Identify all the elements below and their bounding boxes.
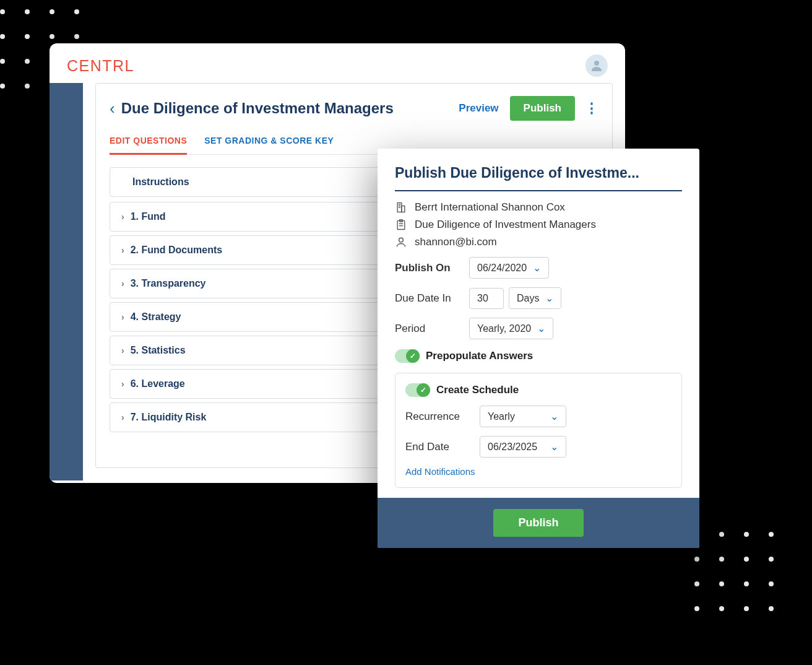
chevron-down-icon: ⌄ [550, 411, 558, 422]
end-date-label: End Date [405, 441, 480, 453]
back-button[interactable]: ‹ [110, 99, 115, 118]
chevron-down-icon: ⌄ [537, 323, 545, 334]
svg-point-10 [399, 238, 404, 242]
chevron-down-icon: ⌄ [533, 262, 541, 274]
avatar[interactable] [585, 54, 608, 77]
schedule-box: ✓ Create Schedule Recurrence Yearly ⌄ En… [395, 373, 682, 488]
chevron-down-icon: ⌄ [545, 292, 553, 304]
chevron-right-icon: › [121, 279, 124, 289]
project-name: Due Diligence of Investment Managers [415, 219, 596, 231]
email-row: shannon@bi.com [395, 236, 682, 248]
period-label: Period [395, 323, 469, 335]
chevron-right-icon: › [121, 412, 124, 422]
svg-point-0 [594, 61, 599, 66]
more-menu-icon[interactable]: ⋮ [585, 100, 598, 116]
chevron-right-icon: › [121, 379, 124, 389]
add-notifications-link[interactable]: Add Notifications [405, 466, 475, 477]
tab-edit-questions[interactable]: EDIT QUESTIONS [110, 132, 187, 155]
chevron-right-icon: › [121, 212, 124, 222]
chevron-down-icon: ⌄ [550, 441, 558, 453]
top-bar: CENTRL [50, 43, 625, 83]
person-icon [395, 236, 407, 248]
tab-grading[interactable]: SET GRADING & SCORE KEY [204, 132, 334, 154]
section-label: 4. Strategy [131, 311, 181, 323]
create-schedule-label: Create Schedule [436, 384, 519, 396]
company-name: Berrt International Shannon Cox [415, 201, 565, 214]
page-title: Due Diligence of Investment Managers [121, 100, 459, 117]
sidebar [50, 83, 83, 480]
recurrence-value: Yearly [488, 411, 515, 422]
section-label: 6. Leverage [131, 378, 185, 389]
logo: CENTRL [67, 57, 134, 75]
email: shannon@bi.com [415, 236, 497, 248]
section-label: 3. Transparency [131, 278, 206, 289]
modal-title: Publish Due Diligence of Investme... [395, 165, 682, 191]
building-icon [395, 201, 407, 214]
due-date-unit-picker[interactable]: Days ⌄ [509, 287, 561, 309]
chevron-right-icon: › [121, 346, 124, 355]
decorative-dots-bottom [694, 532, 793, 631]
create-schedule-toggle[interactable]: ✓ [405, 383, 430, 397]
prepopulate-label: Prepopulate Answers [426, 350, 533, 362]
period-picker[interactable]: Yearly, 2020 ⌄ [469, 318, 553, 339]
user-icon [589, 58, 604, 73]
page-header: ‹ Due Diligence of Investment Managers P… [110, 96, 598, 121]
publish-on-label: Publish On [395, 262, 469, 274]
end-date-value: 06/23/2025 [488, 441, 537, 453]
chevron-right-icon: › [121, 312, 124, 322]
modal-publish-button[interactable]: Publish [493, 509, 583, 537]
publish-on-value: 06/24/2020 [477, 263, 527, 274]
preview-link[interactable]: Preview [459, 102, 498, 115]
recurrence-picker[interactable]: Yearly ⌄ [480, 406, 566, 427]
prepopulate-toggle[interactable]: ✓ [395, 349, 420, 363]
svg-rect-2 [402, 206, 405, 212]
section-label: 5. Statistics [131, 345, 186, 356]
modal-footer: Publish [378, 498, 699, 548]
due-date-input[interactable]: 30 [469, 288, 504, 309]
publish-button[interactable]: Publish [510, 96, 575, 121]
publish-modal: Publish Due Diligence of Investme... Ber… [378, 149, 699, 548]
check-icon: ✓ [406, 349, 420, 363]
due-date-unit: Days [517, 293, 539, 304]
project-row: Due Diligence of Investment Managers [395, 219, 682, 231]
end-date-picker[interactable]: 06/23/2025 ⌄ [480, 436, 566, 458]
section-label: 7. Liquidity Risk [131, 412, 207, 423]
check-icon: ✓ [417, 383, 430, 397]
due-date-label: Due Date In [395, 292, 469, 305]
publish-on-picker[interactable]: 06/24/2020 ⌄ [469, 257, 549, 279]
company-row: Berrt International Shannon Cox [395, 201, 682, 214]
section-label: 2. Fund Documents [131, 245, 222, 256]
clipboard-icon [395, 219, 407, 231]
chevron-right-icon: › [121, 245, 124, 255]
section-label: 1. Fund [131, 211, 166, 222]
recurrence-label: Recurrence [405, 411, 480, 423]
period-value: Yearly, 2020 [477, 323, 531, 334]
